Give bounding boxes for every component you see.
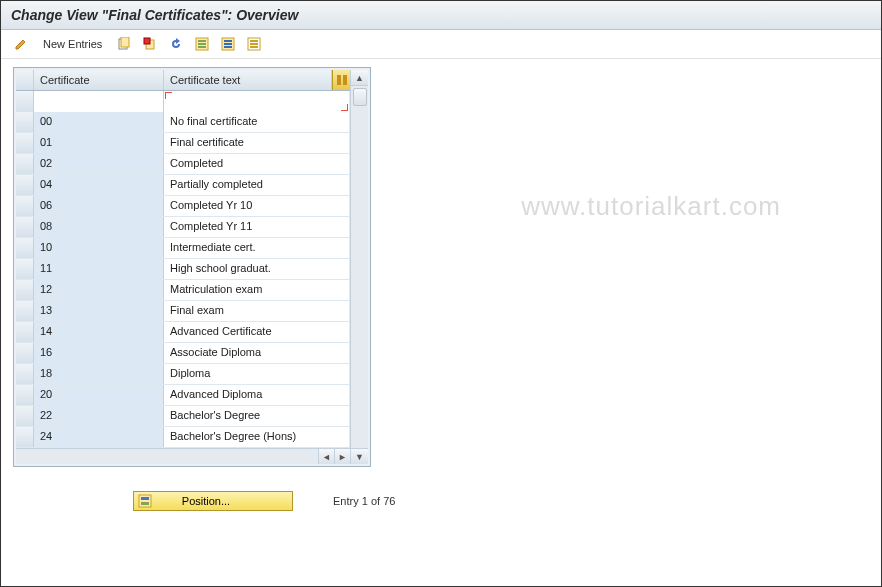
scroll-thumb[interactable] (353, 88, 367, 106)
svg-rect-19 (141, 497, 149, 500)
table-header: Certificate Certificate text (16, 70, 350, 91)
row-selector[interactable] (16, 322, 34, 342)
scroll-left-icon[interactable]: ◄ (318, 449, 334, 464)
table-row: 16Associate Diploma (16, 343, 350, 364)
row-selector[interactable] (16, 364, 34, 384)
cell-certificate[interactable]: 14 (34, 322, 164, 342)
row-selector[interactable] (16, 238, 34, 258)
cell-certificate-text[interactable]: Matriculation exam (164, 280, 350, 300)
row-selector[interactable] (16, 343, 34, 363)
table-row: 08Completed Yr 11 (16, 217, 350, 238)
table-row: 04Partially completed (16, 175, 350, 196)
row-selector[interactable] (16, 112, 34, 132)
cell-certificate-text[interactable]: Completed (164, 154, 350, 174)
toolbar: New Entries (1, 30, 881, 59)
svg-rect-6 (198, 43, 206, 45)
row-selector[interactable] (16, 91, 34, 112)
table-row: 24Bachelor's Degree (Hons) (16, 427, 350, 448)
position-button[interactable]: Position... (133, 491, 293, 511)
content-area: Certificate Certificate text 00No final … (1, 59, 881, 519)
table-row: 20Advanced Diploma (16, 385, 350, 406)
cell-certificate-text[interactable]: Final exam (164, 301, 350, 321)
horizontal-scrollbar: ◄ ► (16, 448, 350, 464)
cell-certificate[interactable]: 02 (34, 154, 164, 174)
cell-certificate[interactable]: 20 (34, 385, 164, 405)
cell-certificate[interactable]: 00 (34, 112, 164, 132)
configure-columns-icon[interactable] (332, 70, 350, 90)
cell-certificate-text[interactable]: Partially completed (164, 175, 350, 195)
header-bar: Change View "Final Certificates": Overvi… (1, 1, 881, 30)
select-block-icon[interactable] (218, 34, 238, 54)
column-certificate[interactable]: Certificate (34, 70, 164, 90)
cell-certificate[interactable]: 10 (34, 238, 164, 258)
cell-certificate-text[interactable]: Associate Diploma (164, 343, 350, 363)
copy-icon[interactable] (114, 34, 134, 54)
change-icon[interactable] (11, 34, 31, 54)
row-selector[interactable] (16, 280, 34, 300)
cell-certificate[interactable]: 04 (34, 175, 164, 195)
svg-rect-16 (337, 75, 341, 85)
delete-icon[interactable] (140, 34, 160, 54)
cell-certificate-text[interactable]: Advanced Certificate (164, 322, 350, 342)
undo-icon[interactable] (166, 34, 186, 54)
scroll-up-icon[interactable]: ▲ (351, 70, 368, 86)
position-icon (138, 494, 152, 508)
filter-certificate-text-input[interactable] (164, 91, 350, 112)
cell-certificate-text[interactable]: Completed Yr 11 (164, 217, 350, 237)
row-selector[interactable] (16, 175, 34, 195)
certificates-table: Certificate Certificate text 00No final … (13, 67, 371, 467)
row-selector[interactable] (16, 196, 34, 216)
cell-certificate-text[interactable]: Bachelor's Degree (Hons) (164, 427, 350, 447)
row-selector[interactable] (16, 154, 34, 174)
cell-certificate-text[interactable]: Intermediate cert. (164, 238, 350, 258)
cell-certificate[interactable]: 06 (34, 196, 164, 216)
row-selector[interactable] (16, 133, 34, 153)
cell-certificate[interactable]: 11 (34, 259, 164, 279)
row-selector[interactable] (16, 385, 34, 405)
table-row: 01Final certificate (16, 133, 350, 154)
row-selector[interactable] (16, 259, 34, 279)
cell-certificate-text[interactable]: Diploma (164, 364, 350, 384)
select-all-icon[interactable] (192, 34, 212, 54)
table-row: 00No final certificate (16, 112, 350, 133)
table-row: 12Matriculation exam (16, 280, 350, 301)
position-label: Position... (182, 495, 230, 507)
filter-row (16, 91, 350, 112)
row-selector[interactable] (16, 406, 34, 426)
filter-certificate-input[interactable] (34, 91, 164, 112)
svg-rect-20 (141, 502, 149, 505)
cell-certificate-text[interactable]: High school graduat. (164, 259, 350, 279)
page-title: Change View "Final Certificates": Overvi… (11, 7, 298, 23)
row-selector[interactable] (16, 427, 34, 447)
select-all-column[interactable] (16, 70, 34, 90)
cell-certificate-text[interactable]: Final certificate (164, 133, 350, 153)
scroll-right-icon[interactable]: ► (334, 449, 350, 464)
row-selector[interactable] (16, 301, 34, 321)
svg-rect-14 (250, 43, 258, 45)
cell-certificate[interactable]: 01 (34, 133, 164, 153)
cell-certificate[interactable]: 18 (34, 364, 164, 384)
table-row: 13Final exam (16, 301, 350, 322)
row-selector[interactable] (16, 217, 34, 237)
table-row: 18Diploma (16, 364, 350, 385)
cell-certificate-text[interactable]: Bachelor's Degree (164, 406, 350, 426)
cell-certificate-text[interactable]: Advanced Diploma (164, 385, 350, 405)
svg-rect-1 (121, 37, 129, 47)
cell-certificate-text[interactable]: No final certificate (164, 112, 350, 132)
cell-certificate-text[interactable]: Completed Yr 10 (164, 196, 350, 216)
new-entries-button[interactable]: New Entries (37, 36, 108, 52)
cell-certificate[interactable]: 13 (34, 301, 164, 321)
column-certificate-text[interactable]: Certificate text (164, 70, 332, 90)
cell-certificate[interactable]: 22 (34, 406, 164, 426)
svg-rect-9 (224, 40, 232, 42)
cell-certificate[interactable]: 12 (34, 280, 164, 300)
scroll-down-icon[interactable]: ▼ (351, 448, 368, 464)
cell-certificate[interactable]: 16 (34, 343, 164, 363)
svg-rect-17 (343, 75, 347, 85)
svg-rect-10 (224, 43, 232, 45)
deselect-all-icon[interactable] (244, 34, 264, 54)
table-row: 06Completed Yr 10 (16, 196, 350, 217)
cell-certificate[interactable]: 08 (34, 217, 164, 237)
svg-rect-5 (198, 40, 206, 42)
cell-certificate[interactable]: 24 (34, 427, 164, 447)
